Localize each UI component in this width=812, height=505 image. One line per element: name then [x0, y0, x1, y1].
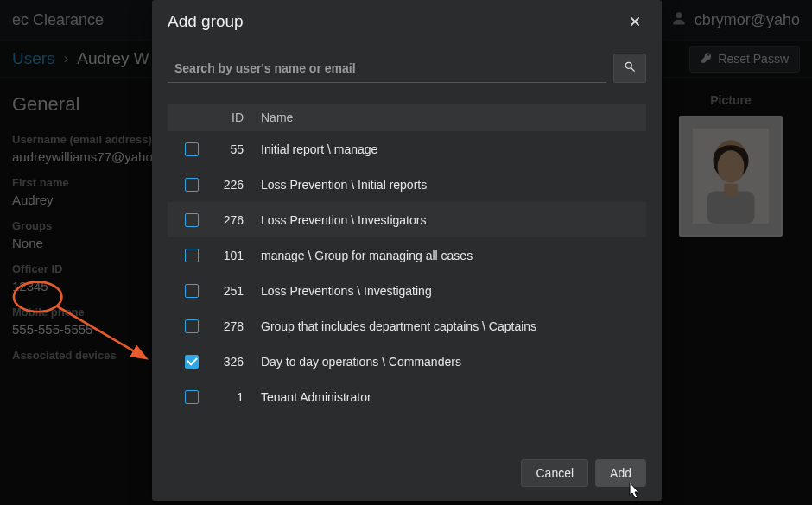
row-name: Initial report \ manage	[261, 142, 646, 156]
row-id: 326	[209, 355, 261, 369]
modal-actions: Cancel Add	[168, 445, 646, 487]
search-button[interactable]	[613, 54, 646, 83]
search-icon	[624, 60, 636, 76]
table-row[interactable]: 55Initial report \ manage	[168, 131, 646, 167]
table-row[interactable]: 226Loss Prevention \ Initial reports	[168, 167, 646, 202]
row-checkbox[interactable]	[185, 178, 199, 192]
row-name: Tenant Administrator	[261, 390, 646, 404]
row-id: 276	[209, 213, 261, 227]
col-header-name[interactable]: Name	[261, 110, 646, 124]
row-checkbox[interactable]	[185, 249, 199, 262]
svg-point-6	[625, 62, 631, 68]
row-name: Loss Prevention \ Investigators	[261, 213, 646, 227]
group-table: ID Name 55Initial report \ manage226Loss…	[168, 104, 646, 414]
row-name: Group that includes department captains …	[261, 319, 646, 333]
modal-title: Add group	[168, 12, 646, 31]
svg-line-7	[631, 68, 635, 72]
row-id: 55	[209, 142, 261, 156]
row-checkbox[interactable]	[185, 142, 199, 156]
add-group-modal: Add group ID Name 55Initial report \ man…	[152, 0, 662, 501]
row-id: 226	[209, 178, 261, 192]
row-checkbox[interactable]	[185, 319, 199, 333]
search-input[interactable]	[168, 54, 606, 83]
table-row[interactable]: 326Day to day operations \ Commanders	[168, 344, 646, 379]
close-icon[interactable]	[629, 16, 644, 31]
row-id: 1	[209, 390, 261, 404]
table-row[interactable]: 251Loss Preventions \ Investigating	[168, 273, 646, 308]
row-name: Loss Prevention \ Initial reports	[261, 178, 646, 192]
cancel-button[interactable]: Cancel	[521, 459, 588, 487]
table-row[interactable]: 101manage \ Group for managing all cases	[168, 237, 646, 273]
row-checkbox[interactable]	[185, 213, 199, 227]
table-row[interactable]: 276Loss Prevention \ Investigators	[168, 202, 646, 237]
row-checkbox[interactable]	[185, 355, 199, 369]
add-button[interactable]: Add	[595, 459, 646, 487]
table-row[interactable]: 1Tenant Administrator	[168, 379, 646, 414]
col-header-id[interactable]: ID	[209, 110, 261, 124]
table-header: ID Name	[168, 104, 646, 131]
row-id: 278	[209, 319, 261, 333]
row-id: 101	[209, 249, 261, 262]
search-row	[168, 54, 646, 83]
table-row[interactable]: 278Group that includes department captai…	[168, 308, 646, 344]
row-id: 251	[209, 284, 261, 298]
row-checkbox[interactable]	[185, 390, 199, 404]
row-checkbox[interactable]	[185, 284, 199, 298]
table-body: 55Initial report \ manage226Loss Prevent…	[168, 131, 646, 414]
row-name: Day to day operations \ Commanders	[261, 355, 646, 369]
row-name: manage \ Group for managing all cases	[261, 249, 646, 262]
row-name: Loss Preventions \ Investigating	[261, 284, 646, 298]
